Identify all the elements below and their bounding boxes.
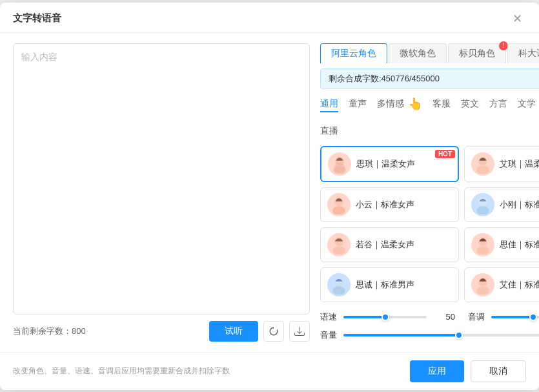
left-panel: 当前剩余字数：800 试听 (13, 43, 310, 342)
pitch-label: 音调 (468, 311, 486, 323)
footer-actions: 应用 取消 (410, 360, 526, 382)
voice-aizhen[interactable]: 艾琪｜温柔女声 HOT (464, 146, 539, 182)
voice-avatar-sicheng (327, 273, 351, 296)
cat-emotion[interactable]: 多情感 👆 (377, 96, 422, 114)
cat-child[interactable]: 童声 (349, 97, 367, 112)
voice-name-aijia: 艾佳｜标准女声 (500, 279, 539, 291)
voice-avatar-xiaoyun (327, 193, 351, 216)
voice-avatar-ruogu (327, 233, 351, 256)
voice-name-xiaoyun: 小云｜标准女声 (356, 199, 414, 211)
try-listen-button[interactable]: 试听 (209, 321, 258, 342)
cat-service[interactable]: 客服 (432, 97, 451, 112)
voice-name-siqin: 思琪｜温柔女声 (356, 158, 415, 170)
svg-point-9 (332, 246, 345, 254)
reset-button[interactable] (263, 321, 284, 342)
quota-text: 剩余合成字数:450776/455000 (329, 73, 440, 85)
tts-dialog: 文字转语音 ✕ 当前剩余字数：800 试听 (0, 3, 539, 390)
left-actions: 试听 (209, 321, 310, 342)
voice-avatar-sijia (471, 233, 494, 256)
voice-name-ruogu: 若谷｜温柔女声 (356, 239, 414, 251)
cat-english[interactable]: 英文 (461, 97, 479, 112)
dialog-title: 文字转语音 (13, 12, 61, 25)
voice-avatar-aizhen (471, 152, 494, 176)
voice-name-sicheng: 思诚｜标准男声 (356, 279, 414, 291)
biaobei-badge: ! (499, 41, 508, 50)
sliders-area: 语速 50 音调 50 音量 50 (320, 311, 539, 341)
hot-badge-siqin: HOT (435, 150, 455, 158)
cursor-icon: 👆 (408, 97, 422, 111)
char-count: 当前剩余字数：800 (13, 325, 86, 337)
tab-keda[interactable]: 科大讯飞角色 (507, 43, 539, 63)
voice-name-xiaogang: 小刚｜标准男声 (500, 199, 539, 211)
voice-avatar-siqin (328, 152, 351, 176)
svg-point-5 (332, 206, 345, 214)
left-footer: 当前剩余字数：800 试听 (13, 321, 310, 342)
cat-general[interactable]: 通用 (320, 97, 338, 112)
volume-row: 音量 50 (320, 329, 539, 341)
speed-row: 语速 50 音调 50 (320, 311, 539, 323)
voice-sijia[interactable]: 思佳｜标准女声 (464, 227, 539, 262)
speed-slider[interactable] (343, 316, 427, 318)
tab-biaobei[interactable]: 标贝角色 ! (448, 43, 506, 63)
svg-point-7 (476, 206, 489, 214)
voice-aijia[interactable]: 艾佳｜标准女声 (464, 267, 539, 302)
close-button[interactable]: ✕ (509, 12, 526, 26)
cat-literary[interactable]: 文学 (518, 97, 536, 112)
svg-point-3 (476, 165, 489, 174)
download-icon (294, 326, 305, 336)
voice-siqin[interactable]: 思琪｜温柔女声 HOT (320, 146, 459, 182)
voice-name-sijia: 思佳｜标准女声 (500, 239, 539, 251)
voice-xiaoyun[interactable]: 小云｜标准女声 (320, 187, 459, 222)
voice-avatar-aijia (471, 273, 494, 296)
reset-icon (269, 326, 279, 336)
dialog-body: 当前剩余字数：800 试听 (0, 33, 539, 352)
footer-tip: 改变角色、音量、语速、音调后应用均需要重新合成并扣除字数 (13, 366, 230, 377)
voice-xiaogang[interactable]: 小刚｜标准男声 (464, 187, 539, 222)
text-input[interactable] (13, 43, 310, 315)
tab-microsoft[interactable]: 微软角色 (389, 43, 447, 63)
pitch-slider[interactable] (491, 316, 539, 318)
category-tabs: 通用 童声 多情感 👆 客服 英文 方言 文学 多语种 直播 (320, 96, 539, 139)
apply-button[interactable]: 应用 (410, 360, 464, 382)
svg-point-13 (332, 286, 345, 294)
volume-label: 音量 (320, 329, 338, 341)
provider-tabs: 阿里云角色 微软角色 标贝角色 ! 科大讯飞角色 (320, 43, 539, 63)
speed-label: 语速 (320, 311, 338, 323)
cat-live[interactable]: 直播 (320, 124, 338, 139)
volume-slider[interactable] (343, 334, 539, 336)
dialog-header: 文字转语音 ✕ (0, 3, 539, 33)
voice-grid: 思琪｜温柔女声 HOT 艾琪｜温柔女声 HOT (320, 146, 539, 302)
download-button[interactable] (289, 321, 310, 342)
voice-name-aizhen: 艾琪｜温柔女声 (500, 158, 539, 170)
dialog-footer: 改变角色、音量、语速、音调后应用均需要重新合成并扣除字数 应用 取消 (0, 352, 539, 390)
svg-point-12 (334, 277, 343, 286)
svg-point-11 (476, 246, 489, 254)
svg-point-15 (476, 286, 489, 294)
speed-value: 50 (432, 312, 455, 322)
right-panel: 阿里云角色 微软角色 标贝角色 ! 科大讯飞角色 剩余合成字数:450776/4… (320, 43, 539, 342)
tab-aliyun[interactable]: 阿里云角色 (320, 43, 387, 63)
voice-avatar-xiaogang (471, 193, 494, 216)
cat-dialect[interactable]: 方言 (489, 97, 507, 112)
voice-ruogu[interactable]: 若谷｜温柔女声 (320, 227, 459, 262)
svg-point-6 (478, 197, 487, 206)
quota-bar: 剩余合成字数:450776/455000 购买增值包 (320, 68, 539, 89)
cancel-button[interactable]: 取消 (471, 360, 526, 382)
voice-sicheng[interactable]: 思诚｜标准男声 (320, 267, 459, 302)
